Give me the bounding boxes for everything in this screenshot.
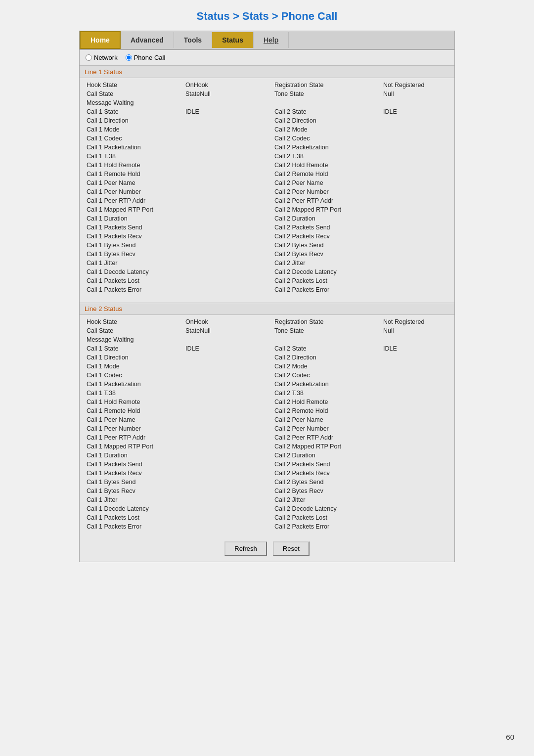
refresh-button[interactable]: Refresh: [224, 541, 267, 556]
radio-network[interactable]: [86, 54, 92, 61]
status-value: [381, 523, 460, 531]
status-label: Call 2 Remote Hold: [272, 170, 381, 178]
status-value: [183, 99, 272, 107]
status-value: IDLE: [381, 345, 460, 353]
status-value: [381, 215, 460, 222]
status-value: [183, 487, 272, 495]
status-value: [183, 371, 272, 379]
status-value: [183, 451, 272, 459]
status-value: [183, 197, 272, 205]
status-value: [381, 354, 460, 361]
radio-phone-call[interactable]: [126, 54, 132, 61]
status-value: [183, 380, 272, 388]
status-value: [183, 170, 272, 178]
status-label: Call 1 Packets Send: [85, 223, 183, 231]
status-label: [272, 336, 381, 344]
status-label: Call 2 T.38: [272, 389, 381, 397]
status-label: Call 2 Mode: [272, 126, 381, 133]
status-value: [381, 407, 460, 415]
status-value: [183, 354, 272, 361]
status-label: Call 1 Packets Send: [85, 460, 183, 468]
status-value: [183, 161, 272, 169]
status-value: Not Registered: [381, 81, 460, 89]
status-value: [183, 126, 272, 133]
buttons-row: Refresh Reset: [80, 535, 454, 562]
status-label: Call 2 Duration: [272, 215, 381, 222]
status-value: [183, 336, 272, 344]
status-value: [183, 460, 272, 468]
nav-home[interactable]: Home: [80, 31, 121, 49]
status-label: Call 1 Mapped RTP Port: [85, 443, 183, 450]
tab-phone-call[interactable]: Phone Call: [126, 54, 166, 61]
reset-button[interactable]: Reset: [273, 541, 310, 556]
status-value: [381, 241, 460, 249]
status-label: Call 1 Peer RTP Addr: [85, 197, 183, 205]
status-label: Call 2 Bytes Send: [272, 241, 381, 249]
status-label: Call 1 Direction: [85, 117, 183, 125]
status-label: Call 1 Direction: [85, 354, 183, 361]
nav-help[interactable]: Help: [254, 32, 289, 48]
tab-phone-call-label: Phone Call: [134, 54, 166, 61]
status-label: Call 2 Hold Remote: [272, 161, 381, 169]
status-value: [183, 152, 272, 160]
status-value: [381, 389, 460, 397]
nav-status[interactable]: Status: [212, 32, 254, 48]
status-value: [183, 434, 272, 442]
status-label: Message Waiting: [85, 336, 183, 344]
status-label: Call 2 Hold Remote: [272, 398, 381, 406]
status-label: Call 2 Peer Name: [272, 416, 381, 424]
status-label: [272, 99, 381, 107]
status-label: Call 1 Hold Remote: [85, 398, 183, 406]
nav-advanced[interactable]: Advanced: [121, 32, 174, 48]
status-value: [381, 161, 460, 169]
status-label: Call 2 Peer Name: [272, 179, 381, 187]
status-label: Call 1 Decode Latency: [85, 505, 183, 513]
status-value: [381, 134, 460, 142]
status-value: [381, 416, 460, 424]
status-label: Call 1 Decode Latency: [85, 268, 183, 276]
nav-bar: Home Advanced Tools Status Help: [80, 31, 454, 50]
status-value: [183, 425, 272, 433]
status-label: Hook State: [85, 318, 183, 326]
status-value: [183, 469, 272, 477]
status-label: Call 1 Jitter: [85, 259, 183, 267]
status-value: [183, 389, 272, 397]
status-value: [381, 505, 460, 513]
status-value: [183, 241, 272, 249]
line1-grid: Hook StateOnHookRegistration StateNot Re…: [80, 78, 454, 299]
status-label: Call 1 Peer Name: [85, 179, 183, 187]
status-value: [381, 425, 460, 433]
status-value: [381, 451, 460, 459]
nav-tools[interactable]: Tools: [174, 32, 212, 48]
status-value: [183, 179, 272, 187]
status-label: Call 1 Codec: [85, 134, 183, 142]
status-label: Call 2 Bytes Recv: [272, 250, 381, 258]
status-value: StateNull: [183, 327, 272, 335]
radio-tabs: Network Phone Call: [80, 50, 454, 66]
status-label: Call 1 Remote Hold: [85, 407, 183, 415]
status-value: [381, 434, 460, 442]
status-value: [381, 443, 460, 450]
status-value: [381, 99, 460, 107]
status-value: [381, 277, 460, 285]
status-value: IDLE: [183, 345, 272, 353]
status-value: Null: [381, 327, 460, 335]
status-value: [381, 197, 460, 205]
status-value: [183, 134, 272, 142]
status-label: Message Waiting: [85, 99, 183, 107]
status-value: [183, 496, 272, 504]
status-label: Call 2 Packets Lost: [272, 277, 381, 285]
status-label: Call 1 Bytes Recv: [85, 487, 183, 495]
status-label: Call 1 Bytes Send: [85, 478, 183, 486]
status-value: [183, 143, 272, 151]
status-value: [381, 232, 460, 240]
status-value: StateNull: [183, 90, 272, 98]
status-value: [183, 277, 272, 285]
status-value: [183, 250, 272, 258]
status-label: Call 1 Peer RTP Addr: [85, 434, 183, 442]
status-label: Call 1 Bytes Recv: [85, 250, 183, 258]
status-value: IDLE: [183, 108, 272, 116]
tab-network[interactable]: Network: [86, 54, 118, 61]
status-label: Call 2 Direction: [272, 354, 381, 361]
status-value: [381, 170, 460, 178]
